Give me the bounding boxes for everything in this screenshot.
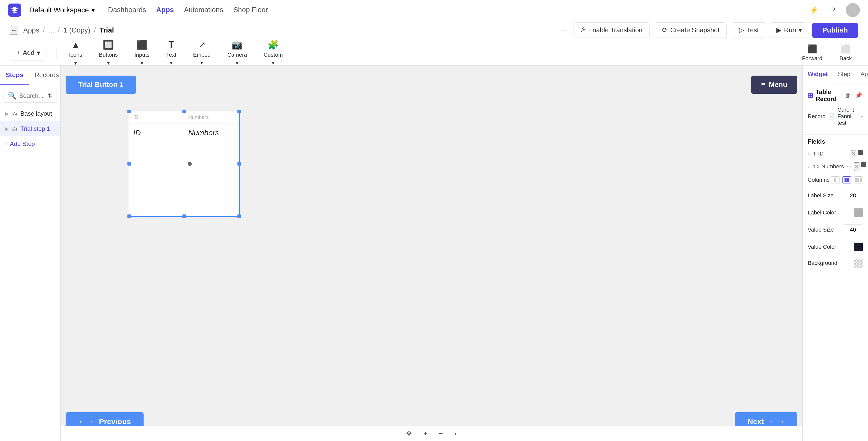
test-button[interactable]: ▷ Test (732, 23, 766, 38)
tab-widget[interactable]: Widget (803, 66, 833, 83)
background-color-swatch[interactable] (854, 259, 863, 268)
add-button[interactable]: + Add ▾ (10, 45, 46, 61)
resize-handle-ml[interactable] (127, 162, 131, 166)
add-step-button[interactable]: + Add Step (0, 136, 60, 151)
col-opt-three[interactable] (854, 176, 863, 183)
resize-handle-bm[interactable] (182, 214, 186, 218)
value-color-swatch[interactable] (854, 242, 863, 251)
drag-icon-id[interactable]: ⠿ (808, 151, 811, 157)
zoom-in-button[interactable]: + (422, 428, 429, 440)
custom-chevron: ▾ (272, 60, 275, 66)
buttons-chevron: ▾ (107, 60, 110, 66)
nav-shop-floor[interactable]: Shop Floor (234, 4, 268, 16)
tool-buttons[interactable]: 🔲 Buttons ▾ (92, 37, 125, 69)
tool-camera[interactable]: 📷 Camera ▾ (220, 37, 254, 69)
tab-app[interactable]: App (856, 66, 868, 83)
help-icon[interactable]: ? (827, 3, 840, 16)
resize-handle-tm[interactable] (182, 110, 186, 113)
buttons-icon: 🔲 (103, 40, 114, 50)
value-size-input[interactable] (843, 224, 863, 235)
table-field-labels: ID Numbers (129, 111, 239, 124)
tool-embed[interactable]: ↗ Embed ▾ (186, 37, 218, 69)
back-toolbar-button[interactable]: ⬜ Back (833, 42, 858, 64)
embed-icon: ↗ (198, 40, 206, 50)
create-snapshot-button[interactable]: ⟳ Create Snapshot (655, 23, 727, 38)
resize-handle-tl[interactable] (127, 110, 131, 113)
remove-numbers-button[interactable]: ✕ (854, 162, 860, 171)
tool-custom[interactable]: 🧩 Custom ▾ (257, 37, 290, 69)
trial-button-1[interactable]: Trial Button 1 (66, 76, 136, 94)
resize-handle-tr[interactable] (238, 110, 241, 113)
resize-handle-br[interactable] (238, 214, 241, 218)
tab-step[interactable]: Step (833, 66, 856, 83)
numbers-value: Numbers (184, 128, 239, 138)
more-options-button[interactable]: ··· (558, 24, 568, 37)
search-icon: 🔍 (8, 92, 17, 100)
columns-row: Columns (803, 173, 868, 186)
inputs-chevron: ▾ (141, 60, 143, 66)
more-numbers-button[interactable]: ··· (846, 162, 852, 171)
search-input[interactable] (19, 92, 45, 99)
left-tabs: Steps Records (0, 66, 60, 85)
nav-automations[interactable]: Automations (184, 4, 223, 16)
breadcrumb-dots[interactable]: ... (49, 26, 54, 34)
back-button[interactable]: ← (10, 26, 18, 35)
col-opt-two[interactable] (842, 176, 851, 183)
breadcrumb-apps[interactable]: Apps (23, 26, 39, 34)
run-chevron-icon: ▾ (799, 26, 802, 34)
background-label: Background (808, 260, 854, 266)
zoom-out-button[interactable]: − (437, 428, 445, 440)
delete-widget-button[interactable]: 🗑 (844, 91, 851, 100)
nav-apps[interactable]: Apps (156, 4, 174, 16)
right-panel: Widget Step App ⊞ Table Record 🗑 📌 Recor… (802, 66, 868, 441)
expand-button[interactable]: › (453, 428, 459, 440)
label-size-input[interactable] (843, 190, 863, 201)
columns-options (831, 176, 863, 183)
col-opt-one[interactable] (831, 176, 840, 183)
record-value[interactable]: Curent Fanni test ▾ (837, 107, 863, 126)
field-name-id: ID (818, 150, 849, 157)
embed-chevron: ▾ (200, 60, 203, 66)
add-icon: + (17, 49, 20, 57)
resize-handle-mr[interactable] (238, 162, 241, 166)
drag-icon-numbers[interactable]: ⠿ (808, 164, 811, 169)
canvas-content: Trial Button 1 ≡ Menu ID Numbers (61, 66, 802, 441)
menu-icon: ≡ (761, 81, 765, 89)
sort-button[interactable]: ⇅ (48, 93, 53, 99)
label-color-row: Label Color (803, 205, 868, 221)
main-layout: Steps Records 🔍 ⇅ ▶ 🗂 Base layout ▶ 🗂 Tr… (0, 66, 868, 441)
workspace-selector[interactable]: Default Workspace ▾ (29, 6, 95, 14)
pin-widget-button[interactable]: 📌 (854, 91, 863, 100)
user-avatar[interactable] (846, 3, 860, 17)
tool-icons[interactable]: ▲ Icons ▾ (62, 37, 89, 69)
logo[interactable] (8, 3, 21, 16)
tree-item-base-layout[interactable]: ▶ 🗂 Base layout (0, 106, 60, 121)
breadcrumb-copy[interactable]: 1 (Copy) (63, 26, 90, 34)
table-record-widget[interactable]: ID Numbers ID Numbers (129, 111, 240, 217)
tool-text[interactable]: T Text ▾ (159, 37, 183, 69)
activity-icon[interactable]: ⚡ (807, 3, 820, 16)
id-color-swatch[interactable] (858, 150, 863, 155)
resize-handle-bl[interactable] (127, 214, 131, 218)
label-color-swatch[interactable] (854, 208, 863, 217)
type-icon-id: T (813, 151, 816, 157)
tab-records[interactable]: Records (29, 66, 65, 85)
canvas: Trial Button 1 ≡ Menu ID Numbers (61, 66, 802, 441)
nav-dashboards[interactable]: Dashboards (108, 4, 146, 16)
enable-translation-button[interactable]: 𝔸 Enable Translation (574, 23, 650, 38)
menu-button[interactable]: ≡ Menu (751, 76, 797, 94)
remove-id-button[interactable]: ✕ (851, 150, 857, 157)
play-icon: ▷ (739, 26, 744, 34)
numbers-color-swatch[interactable] (861, 162, 866, 167)
tool-inputs[interactable]: ⬛ Inputs ▾ (127, 37, 157, 69)
run-button[interactable]: ▶ Run ▾ (771, 23, 807, 38)
tab-steps[interactable]: Steps (0, 66, 29, 85)
publish-button[interactable]: Publish (812, 23, 858, 38)
forward-button[interactable]: ⬛ Forward (796, 42, 828, 64)
widget-type-header: ⊞ Table Record 🗑 📌 (808, 89, 863, 103)
tree-item-trial-step[interactable]: ▶ 🗂 Trial step 1 (0, 121, 60, 136)
prev-arrow-icon: ← (78, 417, 86, 426)
move-tool-button[interactable]: ✥ (404, 428, 414, 440)
columns-label: Columns (808, 177, 831, 183)
expand-icon: ▶ (5, 111, 9, 117)
